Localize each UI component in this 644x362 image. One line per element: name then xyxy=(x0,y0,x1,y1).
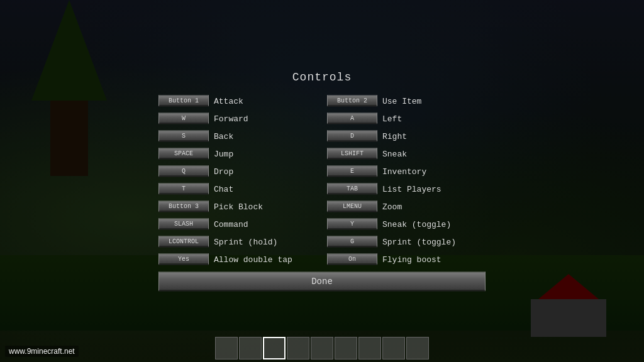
key-btn-right-6[interactable]: LMENU xyxy=(327,201,377,212)
hotbar xyxy=(215,337,429,359)
control-row-right: OnFlying boost xyxy=(327,251,486,268)
hotbar-slot xyxy=(335,337,357,359)
control-row-left: WForward xyxy=(158,110,317,128)
key-btn-left-3[interactable]: SPACE xyxy=(158,148,209,160)
action-label-right-5: List Players xyxy=(382,184,486,194)
controls-panel: Controls Button 1AttackWForwardSBackSPAC… xyxy=(158,71,486,292)
action-label-left-9: Allow double tap xyxy=(214,255,317,264)
action-label-left-0: Attack xyxy=(214,96,317,106)
control-row-left: Button 3Pick Block xyxy=(158,198,317,216)
left-column: Button 1AttackWForwardSBackSPACEJumpQDro… xyxy=(158,92,317,268)
action-label-right-9: Flying boost xyxy=(382,255,486,264)
key-btn-right-4[interactable]: E xyxy=(327,166,377,177)
key-btn-left-2[interactable]: S xyxy=(158,131,209,142)
control-row-right: TABList Players xyxy=(327,180,486,198)
control-row-left: SLASHCommand xyxy=(158,216,317,233)
key-btn-right-2[interactable]: D xyxy=(327,131,377,142)
action-label-right-3: Sneak xyxy=(382,149,486,158)
right-column: Button 2Use ItemALeftDRightLSHIFTSneakEI… xyxy=(327,92,486,268)
control-row-right: LMENUZoom xyxy=(327,198,486,216)
key-btn-left-1[interactable]: W xyxy=(158,113,209,124)
key-btn-right-7[interactable]: Y xyxy=(327,219,377,230)
control-row-right: EInventory xyxy=(327,163,486,180)
hotbar-slot xyxy=(358,337,381,359)
control-row-right: YSneak (toggle) xyxy=(327,216,486,233)
key-btn-right-8[interactable]: G xyxy=(327,236,377,248)
hotbar-slot xyxy=(239,337,262,359)
key-btn-left-6[interactable]: Button 3 xyxy=(158,201,209,212)
action-label-right-6: Zoom xyxy=(382,202,486,211)
key-btn-right-5[interactable]: TAB xyxy=(327,184,377,195)
control-row-left: LCONTROLSprint (hold) xyxy=(158,233,317,251)
action-label-left-5: Chat xyxy=(214,184,317,194)
hotbar-slot xyxy=(287,337,309,359)
control-row-right: LSHIFTSneak xyxy=(327,145,486,163)
control-row-left: SPACEJump xyxy=(158,145,317,163)
hotbar-slot xyxy=(406,337,429,359)
control-row-left: Button 1Attack xyxy=(158,92,317,110)
controls-title: Controls xyxy=(158,71,486,84)
key-btn-left-4[interactable]: Q xyxy=(158,166,209,177)
control-row-left: SBack xyxy=(158,128,317,145)
hotbar-slot xyxy=(215,337,238,359)
key-btn-left-5[interactable]: T xyxy=(158,184,209,195)
key-btn-left-9[interactable]: Yes xyxy=(158,254,209,265)
key-btn-right-9[interactable]: On xyxy=(327,254,377,265)
action-label-left-3: Jump xyxy=(214,149,317,158)
watermark: www.9minecraft.net xyxy=(5,346,79,357)
action-label-right-7: Sneak (toggle) xyxy=(382,219,486,229)
controls-grid: Button 1AttackWForwardSBackSPACEJumpQDro… xyxy=(158,92,486,268)
action-label-left-6: Pick Block xyxy=(214,202,317,211)
action-label-right-4: Inventory xyxy=(382,167,486,176)
key-btn-right-1[interactable]: A xyxy=(327,113,377,124)
control-row-left: YesAllow double tap xyxy=(158,251,317,268)
action-label-right-0: Use Item xyxy=(382,96,486,106)
action-label-left-7: Command xyxy=(214,219,317,229)
hotbar-slot xyxy=(311,337,333,359)
key-btn-left-8[interactable]: LCONTROL xyxy=(158,236,209,248)
done-button[interactable]: Done xyxy=(158,272,486,292)
key-btn-left-0[interactable]: Button 1 xyxy=(158,96,209,107)
key-btn-right-3[interactable]: LSHIFT xyxy=(327,148,377,160)
action-label-left-8: Sprint (hold) xyxy=(214,237,317,246)
hotbar-slot xyxy=(382,337,405,359)
control-row-left: TChat xyxy=(158,180,317,198)
control-row-right: ALeft xyxy=(327,110,486,128)
action-label-left-1: Forward xyxy=(214,114,317,123)
control-row-right: GSprint (toggle) xyxy=(327,233,486,251)
action-label-right-2: Right xyxy=(382,131,486,141)
control-row-right: Button 2Use Item xyxy=(327,92,486,110)
action-label-left-2: Back xyxy=(214,131,317,141)
action-label-right-1: Left xyxy=(382,114,486,123)
action-label-left-4: Drop xyxy=(214,167,317,176)
key-btn-left-7[interactable]: SLASH xyxy=(158,219,209,230)
action-label-right-8: Sprint (toggle) xyxy=(382,237,486,246)
hotbar-slot-active xyxy=(263,337,286,359)
key-btn-right-0[interactable]: Button 2 xyxy=(327,96,377,107)
control-row-right: DRight xyxy=(327,128,486,145)
control-row-left: QDrop xyxy=(158,163,317,180)
